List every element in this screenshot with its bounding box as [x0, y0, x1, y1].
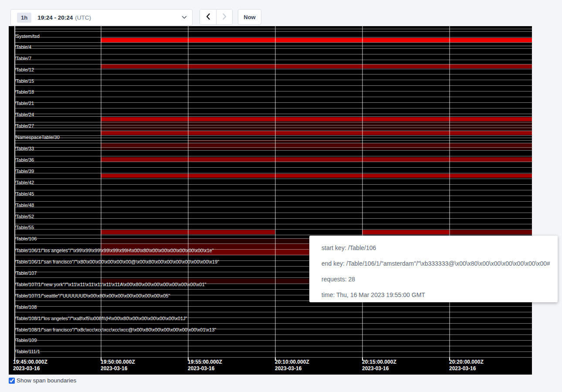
span-boundary-line — [14, 213, 532, 213]
previous-time-window-button[interactable] — [200, 10, 216, 24]
span-boundary-line — [14, 235, 532, 235]
row-key-label: /System/tsd — [15, 34, 40, 39]
span-boundary-line — [14, 85, 532, 86]
span-boundary-line — [14, 122, 532, 122]
span-boundary-line — [14, 323, 532, 324]
x-axis-label: 20:10:00.000Z2023-03-16 — [275, 359, 309, 372]
span-boundary-line — [14, 156, 532, 156]
show-span-boundaries-control[interactable]: Show span boundaries — [9, 377, 76, 384]
row-key-label: /Table/107 — [15, 270, 37, 276]
span-boundary-line — [14, 114, 532, 114]
now-button[interactable]: Now — [238, 9, 261, 25]
time-bucket-line — [275, 26, 276, 357]
span-boundary-line — [14, 31, 532, 32]
row-key-label: /Table/55 — [15, 225, 34, 230]
row-key-label: /Table/106/1/"san francisco"/"\x80\x00\x… — [15, 259, 220, 264]
row-key-label: /Table/18 — [15, 89, 34, 95]
heatmap-band — [362, 230, 449, 234]
show-span-boundaries-checkbox[interactable] — [9, 378, 15, 384]
row-key-label: /Table/45 — [15, 191, 34, 196]
row-key-label: /Table/7 — [15, 56, 32, 61]
span-boundary-line — [14, 179, 532, 179]
tooltip-time: time: Thu, 16 Mar 2023 19:55:00 GMT — [322, 291, 550, 298]
span-boundary-line — [14, 167, 532, 168]
heatmap-band — [101, 131, 532, 135]
span-boundary-line — [14, 143, 532, 143]
span-boundary-line — [14, 116, 532, 117]
row-key-label: /Table/106/1/"los angeles"/"\x99\x99\x99… — [15, 248, 214, 253]
time-bucket-line — [362, 26, 363, 357]
span-boundary-line — [14, 125, 532, 125]
span-boundary-line — [14, 74, 532, 74]
row-key-label: /Table/108 — [15, 304, 37, 310]
span-boundary-line — [14, 147, 532, 148]
x-axis-label: 20:20:00.000Z2023-03-16 — [449, 359, 484, 372]
span-boundary-line — [14, 340, 532, 341]
row-key-label: /Table/107/1/"seattle"/"UUUUUUD\x00\x80\… — [15, 293, 170, 298]
show-span-boundaries-label: Show span boundaries — [17, 377, 76, 384]
span-boundary-line — [14, 64, 532, 64]
row-key-label: /Table/27 — [15, 123, 34, 128]
heatmap-band — [101, 121, 532, 131]
span-boundary-line — [14, 29, 532, 29]
span-boundary-line — [14, 138, 532, 138]
row-key-label: /Table/21 — [15, 101, 34, 106]
chevron-left-icon — [206, 13, 210, 21]
span-boundary-line — [14, 184, 532, 185]
span-boundary-line — [14, 346, 532, 346]
span-boundary-line — [14, 201, 532, 202]
row-key-label: /Table/39 — [15, 169, 34, 174]
span-boundary-line — [14, 46, 532, 46]
row-key-label: /Table/107/1/"new york"/"\x11\x11\x11\x1… — [15, 282, 207, 287]
span-boundary-line — [14, 306, 532, 307]
span-boundary-line — [14, 80, 532, 80]
heatmap-band — [101, 117, 532, 121]
x-axis-label: 19:55:00.000Z2023-03-16 — [188, 359, 222, 372]
span-boundary-line — [14, 312, 532, 312]
span-boundary-line — [14, 54, 532, 54]
span-boundary-line — [14, 335, 532, 335]
time-range-text: 19:24 - 20:24 — [37, 14, 73, 21]
key-visualizer-heatmap[interactable]: /System/tsd/Table/4/Table/7/Table/12/Tab… — [9, 26, 532, 375]
span-boundary-line — [14, 357, 532, 358]
x-axis-label: 20:15:00.000Z2023-03-16 — [362, 359, 396, 372]
span-boundary-line — [14, 224, 532, 224]
heatmap-band — [101, 143, 532, 147]
row-key-label: /Table/33 — [15, 146, 34, 151]
row-key-label: /Table/42 — [15, 180, 34, 185]
heatmap-band — [101, 38, 532, 42]
span-boundary-line — [14, 162, 532, 162]
x-axis-label: 19:50:00.000Z2023-03-16 — [101, 359, 135, 372]
span-boundary-line — [14, 218, 532, 219]
span-boundary-line — [14, 108, 532, 108]
time-bucket-line — [101, 26, 102, 357]
row-key-label: /Table/108/1/"san francisco"/"\x8c\xcc\x… — [15, 327, 217, 332]
span-boundary-line — [14, 140, 532, 141]
time-bucket-line — [449, 26, 450, 357]
span-boundary-line — [14, 91, 532, 91]
span-boundary-line — [14, 196, 532, 196]
next-time-window-button[interactable] — [216, 10, 232, 24]
time-shift-button-group — [200, 9, 233, 25]
row-key-label: /Table/48 — [15, 203, 34, 208]
heatmap-band — [449, 230, 532, 234]
span-boundary-line — [14, 37, 532, 37]
heatmap-band — [101, 157, 532, 162]
span-boundary-line — [14, 128, 532, 128]
row-key-label: /Table/12 — [15, 67, 34, 72]
span-boundary-line — [14, 42, 532, 43]
span-boundary-line — [14, 207, 532, 207]
tooltip-end-key: end key: /Table/106/1/"amsterdam"/"\xb33… — [322, 260, 550, 267]
span-boundary-line — [14, 229, 532, 230]
time-range-selector[interactable]: 1h 19:24 - 20:24 (UTC) — [10, 9, 193, 26]
heatmap-hover-tooltip: start key: /Table/106 end key: /Table/10… — [309, 236, 558, 302]
span-boundary-line — [14, 173, 532, 173]
heatmap-band — [101, 64, 532, 68]
span-boundary-line — [14, 135, 532, 136]
tooltip-start-key: start key: /Table/106 — [322, 244, 550, 251]
span-boundary-line — [14, 97, 532, 97]
row-key-label: /Table/108/1/"los angeles"/"\xa8\xf5\u00… — [15, 316, 187, 321]
row-key-label: /Table/15 — [15, 78, 34, 84]
span-boundary-line — [14, 131, 532, 131]
key-visualizer-page: { "toolbar": { "range_badge": "1h", "ran… — [0, 0, 562, 392]
